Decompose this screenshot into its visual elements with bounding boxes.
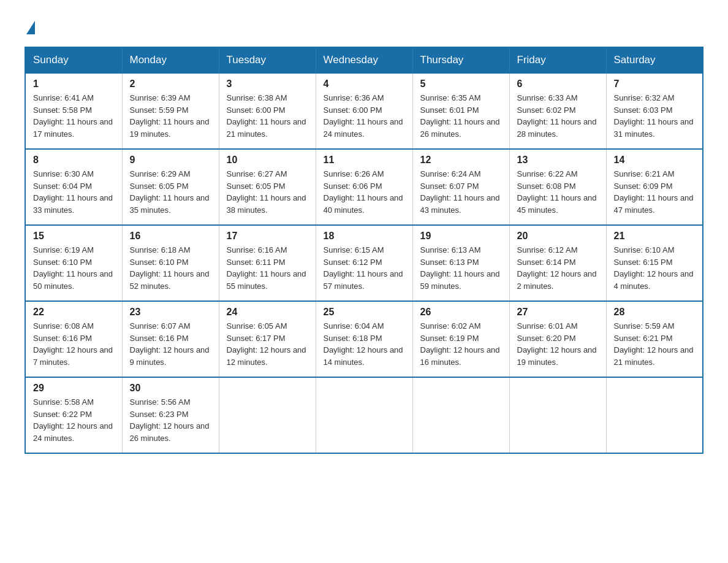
calendar-cell <box>509 377 606 453</box>
calendar-cell: 8 Sunrise: 6:30 AMSunset: 6:04 PMDayligh… <box>25 149 122 225</box>
day-info: Sunrise: 6:10 AMSunset: 6:15 PMDaylight:… <box>614 244 696 292</box>
calendar-week-row: 22 Sunrise: 6:08 AMSunset: 6:16 PMDaylig… <box>25 301 703 377</box>
day-number: 23 <box>130 307 211 318</box>
day-number: 4 <box>324 79 405 90</box>
day-info: Sunrise: 6:12 AMSunset: 6:14 PMDaylight:… <box>517 244 599 292</box>
day-info: Sunrise: 6:36 AMSunset: 6:00 PMDaylight:… <box>324 92 405 140</box>
day-info: Sunrise: 6:32 AMSunset: 6:03 PMDaylight:… <box>614 92 696 140</box>
calendar-week-row: 8 Sunrise: 6:30 AMSunset: 6:04 PMDayligh… <box>25 149 703 225</box>
page-header <box>25 18 703 34</box>
day-info: Sunrise: 6:02 AMSunset: 6:19 PMDaylight:… <box>420 320 502 368</box>
day-of-week-header: Thursday <box>412 47 509 73</box>
calendar-cell: 27 Sunrise: 6:01 AMSunset: 6:20 PMDaylig… <box>509 301 606 377</box>
day-number: 3 <box>227 79 308 90</box>
calendar-table: SundayMondayTuesdayWednesdayThursdayFrid… <box>25 47 703 454</box>
day-info: Sunrise: 6:05 AMSunset: 6:17 PMDaylight:… <box>227 320 308 368</box>
day-info: Sunrise: 6:13 AMSunset: 6:13 PMDaylight:… <box>420 244 502 292</box>
day-number: 21 <box>614 231 696 242</box>
day-number: 22 <box>33 307 115 318</box>
calendar-week-row: 29 Sunrise: 5:58 AMSunset: 6:22 PMDaylig… <box>25 377 703 453</box>
calendar-cell <box>606 377 703 453</box>
calendar-cell: 17 Sunrise: 6:16 AMSunset: 6:11 PMDaylig… <box>219 225 316 301</box>
day-number: 14 <box>614 155 696 166</box>
day-info: Sunrise: 6:08 AMSunset: 6:16 PMDaylight:… <box>33 320 115 368</box>
day-info: Sunrise: 6:33 AMSunset: 6:02 PMDaylight:… <box>517 92 599 140</box>
day-number: 16 <box>130 231 211 242</box>
calendar-cell: 26 Sunrise: 6:02 AMSunset: 6:19 PMDaylig… <box>412 301 509 377</box>
calendar-cell: 21 Sunrise: 6:10 AMSunset: 6:15 PMDaylig… <box>606 225 703 301</box>
day-number: 17 <box>227 231 308 242</box>
logo <box>25 18 35 34</box>
day-number: 5 <box>420 79 502 90</box>
day-number: 26 <box>420 307 502 318</box>
day-info: Sunrise: 6:30 AMSunset: 6:04 PMDaylight:… <box>33 168 115 216</box>
day-info: Sunrise: 6:01 AMSunset: 6:20 PMDaylight:… <box>517 320 599 368</box>
day-of-week-header: Monday <box>122 47 219 73</box>
day-info: Sunrise: 5:58 AMSunset: 6:22 PMDaylight:… <box>33 396 115 444</box>
calendar-cell: 15 Sunrise: 6:19 AMSunset: 6:10 PMDaylig… <box>25 225 122 301</box>
calendar-cell: 24 Sunrise: 6:05 AMSunset: 6:17 PMDaylig… <box>219 301 316 377</box>
day-info: Sunrise: 5:59 AMSunset: 6:21 PMDaylight:… <box>614 320 696 368</box>
calendar-cell: 13 Sunrise: 6:22 AMSunset: 6:08 PMDaylig… <box>509 149 606 225</box>
day-number: 1 <box>33 79 115 90</box>
day-number: 13 <box>517 155 599 166</box>
day-info: Sunrise: 6:22 AMSunset: 6:08 PMDaylight:… <box>517 168 599 216</box>
day-info: Sunrise: 6:16 AMSunset: 6:11 PMDaylight:… <box>227 244 308 292</box>
day-number: 18 <box>324 231 405 242</box>
day-info: Sunrise: 6:07 AMSunset: 6:16 PMDaylight:… <box>130 320 211 368</box>
day-number: 11 <box>324 155 405 166</box>
day-of-week-header: Sunday <box>25 47 122 73</box>
day-info: Sunrise: 6:04 AMSunset: 6:18 PMDaylight:… <box>324 320 405 368</box>
day-number: 27 <box>517 307 599 318</box>
day-info: Sunrise: 6:35 AMSunset: 6:01 PMDaylight:… <box>420 92 502 140</box>
day-number: 15 <box>33 231 115 242</box>
day-info: Sunrise: 6:24 AMSunset: 6:07 PMDaylight:… <box>420 168 502 216</box>
day-of-week-header: Wednesday <box>316 47 412 73</box>
day-info: Sunrise: 6:39 AMSunset: 5:59 PMDaylight:… <box>130 92 211 140</box>
calendar-cell: 20 Sunrise: 6:12 AMSunset: 6:14 PMDaylig… <box>509 225 606 301</box>
calendar-cell: 18 Sunrise: 6:15 AMSunset: 6:12 PMDaylig… <box>316 225 412 301</box>
day-info: Sunrise: 6:19 AMSunset: 6:10 PMDaylight:… <box>33 244 115 292</box>
day-number: 10 <box>227 155 308 166</box>
calendar-cell <box>316 377 412 453</box>
calendar-cell: 12 Sunrise: 6:24 AMSunset: 6:07 PMDaylig… <box>412 149 509 225</box>
day-number: 28 <box>614 307 696 318</box>
day-info: Sunrise: 6:41 AMSunset: 5:58 PMDaylight:… <box>33 92 115 140</box>
day-number: 2 <box>130 79 211 90</box>
calendar-week-row: 15 Sunrise: 6:19 AMSunset: 6:10 PMDaylig… <box>25 225 703 301</box>
day-number: 9 <box>130 155 211 166</box>
calendar-cell: 22 Sunrise: 6:08 AMSunset: 6:16 PMDaylig… <box>25 301 122 377</box>
calendar-cell: 4 Sunrise: 6:36 AMSunset: 6:00 PMDayligh… <box>316 73 412 149</box>
logo-triangle-icon <box>26 21 35 34</box>
calendar-cell: 2 Sunrise: 6:39 AMSunset: 5:59 PMDayligh… <box>122 73 219 149</box>
day-number: 7 <box>614 79 696 90</box>
calendar-cell: 14 Sunrise: 6:21 AMSunset: 6:09 PMDaylig… <box>606 149 703 225</box>
calendar-cell: 25 Sunrise: 6:04 AMSunset: 6:18 PMDaylig… <box>316 301 412 377</box>
day-of-week-header: Tuesday <box>219 47 316 73</box>
day-info: Sunrise: 6:18 AMSunset: 6:10 PMDaylight:… <box>130 244 211 292</box>
calendar-cell: 5 Sunrise: 6:35 AMSunset: 6:01 PMDayligh… <box>412 73 509 149</box>
day-info: Sunrise: 5:56 AMSunset: 6:23 PMDaylight:… <box>130 396 211 444</box>
calendar-cell: 19 Sunrise: 6:13 AMSunset: 6:13 PMDaylig… <box>412 225 509 301</box>
day-number: 12 <box>420 155 502 166</box>
day-info: Sunrise: 6:29 AMSunset: 6:05 PMDaylight:… <box>130 168 211 216</box>
calendar-cell: 23 Sunrise: 6:07 AMSunset: 6:16 PMDaylig… <box>122 301 219 377</box>
calendar-cell <box>412 377 509 453</box>
calendar-cell <box>219 377 316 453</box>
day-number: 24 <box>227 307 308 318</box>
day-of-week-header: Saturday <box>606 47 703 73</box>
calendar-header-row: SundayMondayTuesdayWednesdayThursdayFrid… <box>25 47 703 73</box>
day-number: 20 <box>517 231 599 242</box>
calendar-cell: 6 Sunrise: 6:33 AMSunset: 6:02 PMDayligh… <box>509 73 606 149</box>
day-info: Sunrise: 6:26 AMSunset: 6:06 PMDaylight:… <box>324 168 405 216</box>
day-number: 6 <box>517 79 599 90</box>
calendar-week-row: 1 Sunrise: 6:41 AMSunset: 5:58 PMDayligh… <box>25 73 703 149</box>
calendar-cell: 11 Sunrise: 6:26 AMSunset: 6:06 PMDaylig… <box>316 149 412 225</box>
day-info: Sunrise: 6:15 AMSunset: 6:12 PMDaylight:… <box>324 244 405 292</box>
calendar-cell: 30 Sunrise: 5:56 AMSunset: 6:23 PMDaylig… <box>122 377 219 453</box>
calendar-cell: 29 Sunrise: 5:58 AMSunset: 6:22 PMDaylig… <box>25 377 122 453</box>
day-number: 25 <box>324 307 405 318</box>
calendar-cell: 3 Sunrise: 6:38 AMSunset: 6:00 PMDayligh… <box>219 73 316 149</box>
day-info: Sunrise: 6:38 AMSunset: 6:00 PMDaylight:… <box>227 92 308 140</box>
day-number: 29 <box>33 383 115 394</box>
